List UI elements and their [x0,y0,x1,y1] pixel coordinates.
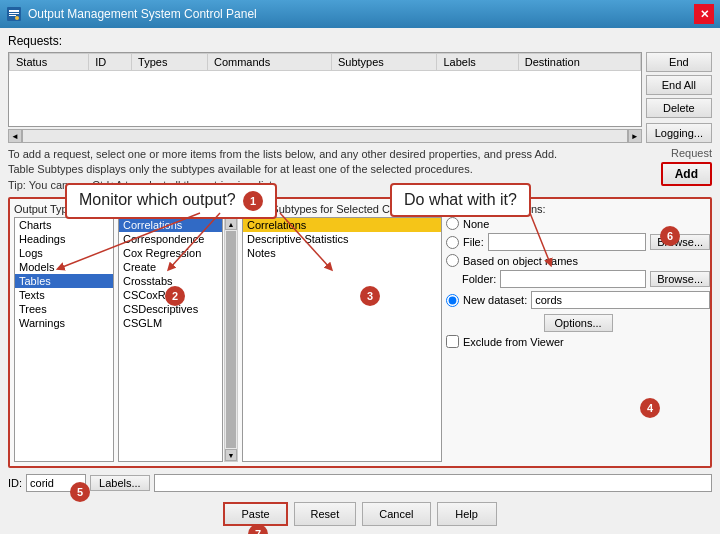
info-line1: To add a request, select one or more ite… [8,147,557,162]
subtype-item-1[interactable]: Descriptive Statistics [243,232,441,246]
dest-dataset-row: New dataset: [446,291,710,309]
browse-file-btn[interactable]: Browse... [650,234,710,250]
scroll-left-btn[interactable]: ◄ [8,129,22,143]
command-item-2[interactable]: Cox Regression [119,246,222,260]
browse-folder-btn[interactable]: Browse... [650,271,710,287]
command-item-3[interactable]: Create [119,260,222,274]
requests-area: Status ID Types Commands Subtypes Labels… [8,52,712,143]
paste-button[interactable]: Paste [223,502,287,526]
dest-none-row: None [446,217,710,230]
col-status: Status [10,54,89,71]
output-type-item-tables[interactable]: Tables [15,274,113,288]
close-button[interactable]: ✕ [694,4,714,24]
col-subtypes: Subtypes [331,54,436,71]
command-item-4[interactable]: Crosstabs [119,274,222,288]
commands-scrollbar: ▲ ▼ [224,217,238,462]
output-type-item-logs[interactable]: Logs [15,246,113,260]
exclude-viewer-label: Exclude from Viewer [463,336,564,348]
logging-button[interactable]: Logging... [646,123,712,143]
dest-file-label: File: [463,236,484,248]
subtype-item-0[interactable]: Correlations [243,218,441,232]
dest-dataset-radio[interactable] [446,294,459,307]
dest-dataset-label: New dataset: [463,294,527,306]
info-line3: Tip: You can use Ctrl+A to select all th… [8,178,557,193]
add-button[interactable]: Add [661,162,712,186]
dest-folder-input[interactable] [500,270,646,288]
id-extra-input[interactable] [154,474,712,492]
output-types-label: Output Types: [14,203,114,215]
command-item-1[interactable]: Correspondence [119,232,222,246]
title-bar: Output Management System Control Panel ✕ [0,0,720,28]
output-type-item-headings[interactable]: Headings [15,232,113,246]
end-button[interactable]: End [646,52,712,72]
command-item-6[interactable]: CSDescriptives [119,302,222,316]
dest-names-row: Based on object names [446,254,710,267]
output-type-item-charts[interactable]: Charts [15,218,113,232]
id-section: ID: Labels... [8,472,712,494]
col-labels: Labels [437,54,518,71]
dest-file-radio[interactable] [446,236,459,249]
dest-file-row: File: Browse... [446,233,710,251]
subtype-item-2[interactable]: Notes [243,246,441,260]
dest-folder-row: Folder: Browse... [446,270,710,288]
scroll-right-btn[interactable]: ► [628,129,642,143]
h-scroll-track[interactable] [22,129,628,143]
col-destination: Destination [518,54,640,71]
exclude-row: Exclude from Viewer [446,335,710,348]
output-type-item-texts[interactable]: Texts [15,288,113,302]
command-item-0[interactable]: Correlations [119,218,222,232]
exclude-viewer-checkbox[interactable] [446,335,459,348]
reset-button[interactable]: Reset [294,502,357,526]
dest-dataset-input[interactable] [531,291,710,309]
requests-scrollbar: ◄ ► [8,129,642,143]
commands-list[interactable]: CorrelationsCorrespondenceCox Regression… [118,217,223,462]
subtypes-label: Table Subtypes for Selected Commands: [242,203,442,215]
three-panels: Output Types: ChartsHeadingsLogsModelsTa… [8,197,712,468]
scroll-down-commands[interactable]: ▼ [225,449,237,461]
output-types-panel: Output Types: ChartsHeadingsLogsModelsTa… [14,203,114,462]
id-input[interactable] [26,474,86,492]
subtypes-list-area: CorrelationsDescriptive StatisticsNotes [242,217,442,462]
output-types-list-area: ChartsHeadingsLogsModelsTablesTextsTrees… [14,217,114,462]
end-all-button[interactable]: End All [646,75,712,95]
destinations-section: None File: Browse... Based on object nam… [446,217,710,348]
info-text: To add a request, select one or more ite… [8,147,557,193]
info-line2: Table Subtypes displays only the subtype… [8,162,557,177]
requests-table: Status ID Types Commands Subtypes Labels… [9,53,641,71]
destinations-panel: Output Destinations: None File: Browse..… [446,203,710,462]
col-commands: Commands [207,54,331,71]
svg-point-4 [15,16,19,20]
cancel-button[interactable]: Cancel [362,502,430,526]
svg-rect-3 [9,15,16,16]
output-types-list[interactable]: ChartsHeadingsLogsModelsTablesTextsTrees… [14,217,114,462]
output-type-item-warnings[interactable]: Warnings [15,316,113,330]
scroll-thumb-commands[interactable] [226,231,236,448]
scroll-up-commands[interactable]: ▲ [225,218,237,230]
output-type-item-trees[interactable]: Trees [15,302,113,316]
commands-list-area: CorrelationsCorrespondenceCox Regression… [118,217,238,462]
col-types: Types [132,54,208,71]
command-item-5[interactable]: CSCoxReg [119,288,222,302]
folder-label: Folder: [462,273,496,285]
app-icon [6,6,22,22]
delete-button[interactable]: Delete [646,98,712,118]
request-sub-label: Request [671,147,712,159]
help-button[interactable]: Help [437,502,497,526]
output-type-item-models[interactable]: Models [15,260,113,274]
command-item-7[interactable]: CSGLM [119,316,222,330]
col-id: ID [89,54,132,71]
dest-none-radio[interactable] [446,217,459,230]
subtypes-list[interactable]: CorrelationsDescriptive StatisticsNotes [242,217,442,462]
svg-rect-2 [9,13,19,14]
labels-button[interactable]: Labels... [90,475,150,491]
bottom-buttons: Paste Reset Cancel Help [8,498,712,528]
requests-label: Requests: [8,34,712,48]
main-content: Requests: Status ID Types Commands Subty… [0,28,720,534]
dest-file-input[interactable] [488,233,646,251]
destinations-label: Output Destinations: [446,203,710,215]
options-button[interactable]: Options... [544,314,613,332]
svg-rect-1 [9,10,19,12]
dest-names-radio[interactable] [446,254,459,267]
commands-label: Command Identifiers: [118,203,238,215]
subtypes-panel: Table Subtypes for Selected Commands: Co… [242,203,442,462]
